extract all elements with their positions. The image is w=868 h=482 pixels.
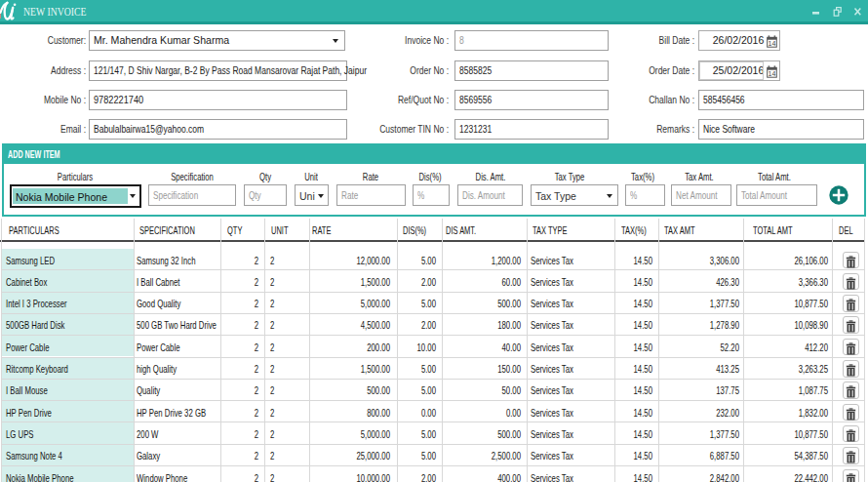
svg-text:14: 14 (769, 70, 776, 77)
svg-text:14: 14 (769, 40, 776, 47)
